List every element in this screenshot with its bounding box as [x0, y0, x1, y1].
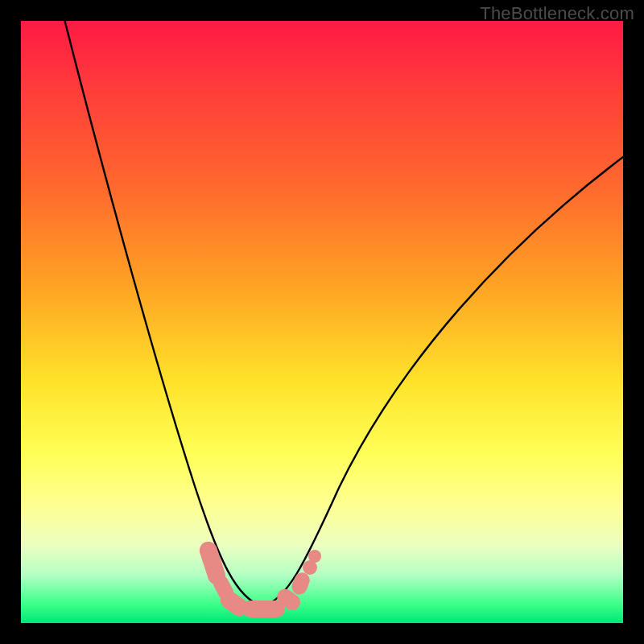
- marker-h: [303, 560, 317, 575]
- outer-frame: TheBottleneck.com: [0, 0, 644, 644]
- left-curve: [63, 21, 262, 606]
- right-curve: [262, 155, 623, 606]
- attribution-text: TheBottleneck.com: [480, 3, 634, 24]
- curves-layer: [21, 21, 623, 623]
- marker-d: [242, 601, 284, 617]
- plot-area: [21, 21, 623, 623]
